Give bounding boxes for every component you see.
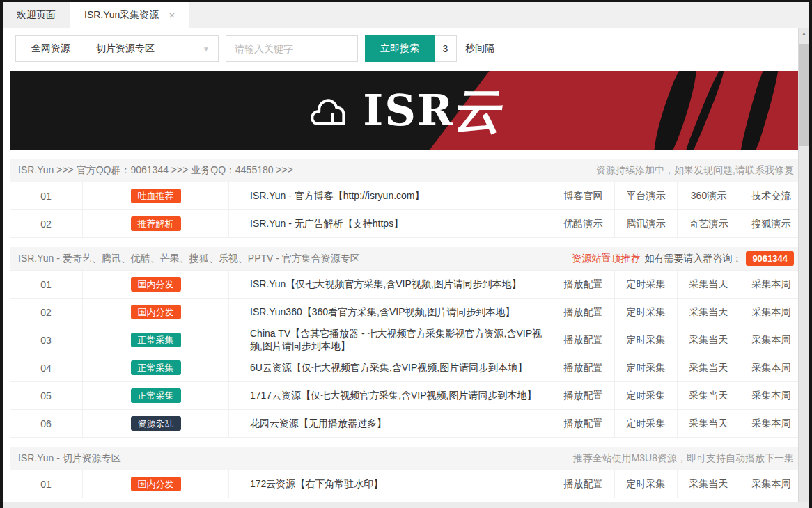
row-index: 01 xyxy=(10,470,83,498)
row-action-link[interactable]: 奇艺演示 xyxy=(677,210,740,237)
row-badge-cell: 国内分发 xyxy=(83,470,229,498)
vertical-scrollbar[interactable]: ▲ xyxy=(798,28,809,502)
tab-welcome[interactable]: 欢迎页面 xyxy=(3,2,70,28)
row-action-link[interactable]: 播放配置 xyxy=(552,354,614,381)
row-action-link[interactable]: 定时采集 xyxy=(614,271,677,298)
row-action-link[interactable]: 定时采集 xyxy=(614,326,677,354)
resource-name: ISR.Yun - 无广告解析【支持https】 xyxy=(229,210,552,237)
interval-unit-label: 秒间隔 xyxy=(465,42,494,55)
row-action-link[interactable]: 优酷演示 xyxy=(552,210,614,237)
qq-group-badge[interactable]: 9061344 xyxy=(746,251,794,266)
tab-bar: 欢迎页面 ISR.Yun采集资源 × xyxy=(3,2,809,28)
isr-yun-logo: ISR 云 xyxy=(307,86,504,135)
resource-sections: ISR.Yun >>> 官方QQ群：9061344 >>> 业务QQ：44551… xyxy=(10,159,802,498)
row-action-link[interactable]: 采集当天 xyxy=(677,326,740,354)
interval-input[interactable]: 3 xyxy=(435,35,457,62)
row-action-link[interactable]: 播放配置 xyxy=(552,470,614,498)
section-header: ISR.Yun >>> 官方QQ群：9061344 >>> 业务QQ：44551… xyxy=(10,159,802,182)
scroll-up-arrow-icon[interactable]: ▲ xyxy=(799,28,809,39)
row-index: 01 xyxy=(10,182,83,209)
cloud-icon xyxy=(307,93,359,128)
row-action-link[interactable]: 采集本周 xyxy=(740,271,802,298)
section-note-highlight: 资源站置顶推荐 xyxy=(572,253,640,265)
tab-isr-yun-collect[interactable]: ISR.Yun采集资源 × xyxy=(70,2,189,28)
resource-name: 6U云资源【仅七大视频官方采集,含VIP视频,图片请同步到本地】 xyxy=(229,354,552,381)
table-row: 01国内分发ISR.Yun【仅七大视频官方采集,含VIP视频,图片请同步到本地】… xyxy=(10,271,802,299)
table-row: 01吐血推荐ISR.Yun - 官方博客【http://isryun.com】博… xyxy=(10,182,802,210)
table-row: 04正常采集6U云资源【仅七大视频官方采集,含VIP视频,图片请同步到本地】播放… xyxy=(10,354,802,382)
row-action-link[interactable]: 采集本周 xyxy=(740,470,802,498)
isr-yun-banner: ISR 云 xyxy=(10,71,802,150)
section-title: ISR.Yun - 切片资源专区 xyxy=(18,452,121,465)
row-action-link[interactable]: 定时采集 xyxy=(614,299,677,326)
resource-name: 1717云资源【仅七大视频官方采集,含VIP视频,图片请同步到本地】 xyxy=(229,382,552,409)
row-action-link[interactable]: 博客官网 xyxy=(552,182,614,209)
row-action-link[interactable]: 采集本周 xyxy=(740,382,802,409)
row-badge-cell: 推荐解析 xyxy=(83,210,229,237)
scrollbar-thumb[interactable] xyxy=(799,44,809,146)
resource-name: 172云资源【右下角常驻水印】 xyxy=(229,470,552,498)
row-action-link[interactable]: 播放配置 xyxy=(552,271,614,298)
resource-name: 花园云资源【无用播放器过多】 xyxy=(229,410,552,437)
status-badge: 国内分发 xyxy=(131,477,181,491)
row-badge-cell: 正常采集 xyxy=(83,382,229,409)
row-index: 04 xyxy=(10,354,83,381)
close-tab-icon[interactable]: × xyxy=(169,10,175,20)
row-action-link[interactable]: 采集本周 xyxy=(740,299,802,326)
resource-name: ISR.Yun360【360看官方采集,含VIP视频,图片请同步到本地】 xyxy=(229,299,552,326)
row-action-link[interactable]: 采集当天 xyxy=(677,470,740,498)
row-action-link[interactable]: 平台演示 xyxy=(614,182,677,209)
section-note: 资源站置顶推荐如有需要请入群咨询：9061344 xyxy=(572,251,794,266)
row-action-link[interactable]: 腾讯演示 xyxy=(614,210,677,237)
brush-streak xyxy=(734,71,786,150)
status-badge: 正常采集 xyxy=(131,360,181,375)
row-action-link[interactable]: 采集当天 xyxy=(677,410,740,437)
section-title: ISR.Yun - 爱奇艺、腾讯、优酷、芒果、搜狐、乐视、PPTV - 官方集合… xyxy=(18,253,360,265)
row-action-link[interactable]: 360演示 xyxy=(677,182,740,209)
row-index: 02 xyxy=(10,210,83,237)
row-action-link[interactable]: 采集本周 xyxy=(740,410,802,437)
table-row: 03正常采集China TV【含其它播放器 - 七大视频官方采集影视官方资源,含… xyxy=(10,326,802,354)
app-window: 欢迎页面 ISR.Yun采集资源 × 全网资源 切片资源专区 ▼ 立即搜索 3 … xyxy=(0,0,812,508)
row-action-link[interactable]: 采集当天 xyxy=(677,271,740,298)
table-row: 02推荐解析ISR.Yun - 无广告解析【支持https】优酷演示腾讯演示奇艺… xyxy=(10,210,802,238)
section-title: ISR.Yun >>> 官方QQ群：9061344 >>> 业务QQ：44551… xyxy=(18,164,293,177)
section-note-text: 如有需要请入群咨询： xyxy=(644,253,742,265)
table-row: 01国内分发172云资源【右下角常驻水印】播放配置定时采集采集当天采集本周 xyxy=(10,470,802,498)
row-badge-cell: 吐血推荐 xyxy=(83,182,229,209)
tab-welcome-label: 欢迎页面 xyxy=(17,9,56,22)
row-action-link[interactable]: 采集当天 xyxy=(677,382,740,409)
row-action-link[interactable]: 采集本周 xyxy=(740,354,802,381)
status-badge: 推荐解析 xyxy=(131,216,181,231)
row-badge-cell: 正常采集 xyxy=(83,326,229,354)
resource-table: 01国内分发172云资源【右下角常驻水印】播放配置定时采集采集当天采集本周 xyxy=(10,470,802,498)
row-action-link[interactable]: 播放配置 xyxy=(552,410,614,437)
row-action-link[interactable]: 采集当天 xyxy=(677,299,740,326)
row-action-link[interactable]: 播放配置 xyxy=(552,299,614,326)
row-action-link[interactable]: 定时采集 xyxy=(614,354,677,381)
row-action-link[interactable]: 定时采集 xyxy=(614,470,677,498)
row-action-link[interactable]: 采集本周 xyxy=(740,326,802,354)
category-select[interactable]: 切片资源专区 ▼ xyxy=(86,35,219,62)
row-action-link[interactable]: 搜狐演示 xyxy=(740,210,802,237)
all-resources-button[interactable]: 全网资源 xyxy=(15,35,86,62)
section-header: ISR.Yun - 切片资源专区推荐全站使用M3U8资源，即可支持自动播放下一集 xyxy=(10,447,802,470)
row-action-link[interactable]: 技术交流 xyxy=(740,182,802,209)
row-action-link[interactable]: 采集当天 xyxy=(677,354,740,381)
search-button[interactable]: 立即搜索 xyxy=(365,35,435,62)
row-action-link[interactable]: 播放配置 xyxy=(552,326,614,354)
section-note-text: 推荐全站使用M3U8资源，即可支持自动播放下一集 xyxy=(573,452,794,465)
tab-isr-yun-label: ISR.Yun采集资源 xyxy=(84,9,159,22)
row-action-link[interactable]: 定时采集 xyxy=(614,410,677,437)
resource-name: ISR.Yun【仅七大视频官方采集,含VIP视频,图片请同步到本地】 xyxy=(229,271,552,298)
logo-text-cn: 云 xyxy=(453,86,508,135)
row-badge-cell: 正常采集 xyxy=(83,354,229,381)
row-action-link[interactable]: 播放配置 xyxy=(552,382,614,409)
row-index: 03 xyxy=(10,326,83,354)
status-badge: 正常采集 xyxy=(131,388,181,403)
row-index: 01 xyxy=(10,271,83,298)
row-action-link[interactable]: 定时采集 xyxy=(614,382,677,409)
resource-name: ISR.Yun - 官方博客【http://isryun.com】 xyxy=(229,182,552,209)
chevron-down-icon: ▼ xyxy=(203,45,210,53)
keyword-input[interactable] xyxy=(226,35,358,62)
